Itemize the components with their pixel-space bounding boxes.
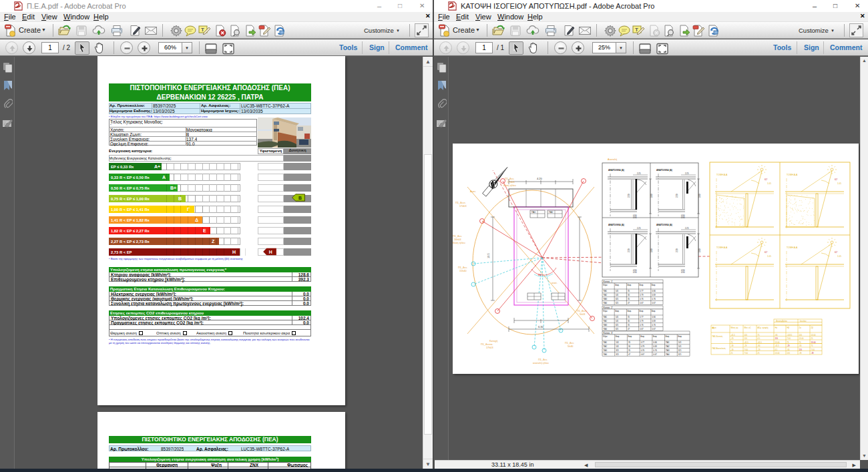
svg-text:75: 75 (787, 341, 790, 344)
svg-text:0.76: 0.76 (652, 298, 656, 300)
svg-text:7:00: 7:00 (744, 348, 748, 351)
svg-text:Διαφ.: Διαφ. (615, 310, 619, 312)
svg-text:Διαφ.: Διαφ. (628, 335, 632, 338)
svg-text:3.00: 3.00 (698, 248, 701, 252)
svg-text:2.25: 2.25 (685, 172, 689, 175)
svg-text:0.79: 0.79 (640, 320, 644, 322)
svg-text:35: 35 (628, 316, 630, 318)
svg-text:Κλίμα: Κλίμα (603, 335, 608, 338)
svg-text:ΠΑ1: ΠΑ1 (604, 290, 608, 292)
svg-text:0.69: 0.69 (653, 345, 657, 348)
svg-text:5h03: 5h03 (580, 313, 585, 316)
svg-text:ΠΑ3: ΠΑ3 (666, 349, 670, 352)
svg-text:Μέσ. αζ.: Μέσ. αζ. (744, 326, 752, 329)
svg-text:ΠΑ4: ΠΑ4 (604, 302, 608, 304)
svg-text:ΠΑ2: ΠΑ2 (549, 211, 553, 214)
svg-text:0.79: 0.79 (640, 294, 644, 296)
svg-text:10.5: 10.5 (487, 252, 490, 258)
svg-text:Ανατολή: Ανατολή (608, 158, 617, 161)
svg-text:116: 116 (744, 337, 748, 340)
svg-text:47: 47 (628, 328, 630, 330)
svg-text:2.20: 2.20 (628, 194, 630, 198)
svg-text:2.25: 2.25 (637, 227, 641, 230)
svg-text:116: 116 (787, 352, 791, 355)
svg-text:ΠΑ3: ΠΑ3 (604, 349, 608, 352)
svg-text:Π1_Δεν.: Π1_Δεν. (538, 359, 548, 361)
svg-text:13.00: 13.00 (811, 341, 816, 344)
svg-text:17403: 17403 (459, 205, 467, 208)
svg-text:ανατ.: ανατ. (552, 282, 558, 284)
svg-text:Π1_Δεν.: Π1_Δεν. (565, 342, 574, 344)
svg-text:2.20: 2.20 (676, 194, 678, 198)
svg-text:75: 75 (811, 344, 814, 347)
svg-text:Κατοχή: Κατοχή (489, 340, 497, 342)
svg-text:0.67: 0.67 (640, 302, 644, 304)
svg-text:Π1_Δευτικ.: Π1_Δευτικ. (481, 343, 493, 346)
svg-text:0.77: 0.77 (641, 341, 645, 344)
svg-text:141: 141 (616, 345, 619, 348)
svg-text:6.30: 6.30 (538, 325, 544, 328)
svg-text:7:00: 7:00 (744, 352, 748, 355)
svg-text:Διαφ.: Διαφ. (616, 335, 620, 338)
svg-text:ΠΑ2: ΠΑ2 (666, 345, 670, 348)
svg-text:1.05: 1.05 (767, 255, 771, 258)
svg-text:62°: 62° (835, 178, 839, 181)
svg-text:4.5: 4.5 (758, 337, 761, 340)
svg-text:δύση ηλίου: δύση ηλίου (503, 184, 516, 187)
svg-text:Ανατ.: Ανατ. (470, 190, 476, 193)
svg-text:7:00: 7:00 (811, 348, 815, 351)
svg-text:0.76: 0.76 (653, 349, 657, 352)
svg-text:ΑΝΑΤΟΛΙΚΑ (Α): ΑΝΑΤΟΛΙΚΑ (Α) (656, 224, 672, 226)
svg-text:30: 30 (628, 345, 631, 348)
svg-text:Ηα: Ηα (775, 326, 778, 329)
svg-text:3.00: 3.00 (650, 248, 653, 252)
svg-text:2.25: 2.25 (685, 227, 689, 230)
svg-text:321: 321 (616, 349, 619, 352)
svg-text:25: 25 (731, 352, 734, 355)
svg-text:321: 321 (616, 324, 619, 326)
svg-text:Π1_Δευ.: Π1_Δευ. (505, 178, 514, 180)
svg-text:141: 141 (616, 341, 619, 344)
svg-text:ΠΑ1: ΠΑ1 (666, 341, 670, 344)
svg-text:2.20: 2.20 (676, 248, 678, 252)
svg-text:35: 35 (628, 290, 630, 292)
svg-text:25: 25 (811, 337, 814, 340)
svg-text:Ζα: Ζα (799, 326, 802, 329)
svg-text:35: 35 (628, 349, 631, 352)
svg-text:-29: -29 (744, 344, 747, 347)
svg-text:75: 75 (799, 341, 802, 344)
svg-text:30: 30 (628, 294, 630, 296)
svg-text:-41.5: -41.5 (775, 344, 780, 347)
svg-text:-39: -39 (731, 348, 734, 351)
svg-text:Διαφ.: Διαφ. (640, 284, 644, 286)
svg-text:7:00: 7:00 (787, 337, 791, 340)
svg-text:Κατοικ. 3': Κατοικ. 3' (604, 332, 614, 334)
svg-text:141: 141 (616, 316, 619, 318)
svg-text:ΤΟΜΗ Α-Α: ΤΟΜΗ Α-Α (716, 246, 728, 249)
svg-text:Διαφ.: Διαφ. (640, 310, 644, 312)
svg-text:Διαφ.: Διαφ. (627, 284, 631, 286)
svg-text:-39: -39 (731, 344, 734, 347)
svg-text:ΠΑ1: ΠΑ1 (604, 341, 608, 344)
svg-text:62°: 62° (765, 178, 769, 181)
svg-text:141: 141 (678, 341, 682, 344)
svg-text:-39: -39 (811, 352, 814, 355)
svg-text:Ηβ: Ηβ (787, 326, 790, 329)
svg-text:0.67: 0.67 (641, 353, 645, 356)
svg-text:Κλίμα: Κλίμα (603, 284, 608, 286)
svg-text:321: 321 (678, 353, 682, 356)
svg-text:13.00: 13.00 (775, 352, 780, 355)
svg-text:25: 25 (758, 352, 761, 355)
svg-text:Διαφ.: Διαφ. (678, 335, 682, 338)
svg-text:321: 321 (678, 349, 682, 352)
svg-text:0.90: 0.90 (681, 216, 685, 219)
svg-text:35: 35 (628, 324, 630, 326)
svg-text:Διαφ.: Διαφ. (666, 335, 670, 338)
svg-text:116: 116 (799, 334, 803, 336)
svg-text:60°: 60° (538, 273, 542, 276)
svg-text:ΠΑ2: ΠΑ2 (604, 320, 608, 322)
svg-text:-29: -29 (731, 337, 734, 340)
svg-text:0.90: 0.90 (681, 271, 685, 274)
svg-text:ΠΑ4: ΠΑ4 (604, 353, 608, 356)
svg-text:3.00: 3.00 (698, 194, 701, 198)
